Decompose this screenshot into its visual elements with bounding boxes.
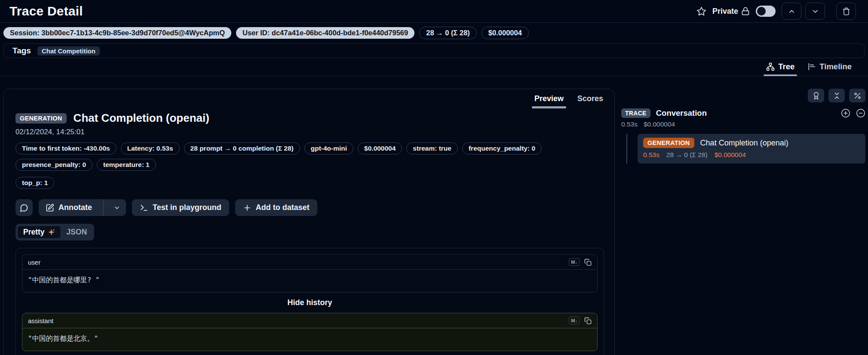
- cost-badge: $0.000004: [482, 27, 529, 39]
- tab-scores[interactable]: Scores: [571, 92, 609, 108]
- user-id-badge[interactable]: User ID: dc47a41e-06bc-400d-bde1-f0e440d…: [236, 27, 414, 39]
- metric-temperature: temperature: 1: [97, 159, 156, 171]
- public-toggle[interactable]: [756, 6, 776, 17]
- observation-card: Preview Scores GENERATION Chat Completio…: [3, 89, 615, 355]
- trace-meta-row: Session: 3bb00ec7-1b13-4c9b-85ee-3d9d70f…: [0, 23, 868, 43]
- tab-timeline-label: Timeline: [819, 62, 852, 71]
- messages-container: user M↓ "中国的首都是哪里? " Hide history assist…: [15, 248, 604, 355]
- pretty-label: Pretty: [23, 228, 45, 237]
- session-badge[interactable]: Session: 3bb00ec7-1b13-4c9b-85ee-3d9d70f…: [3, 27, 231, 39]
- tab-tree-label: Tree: [778, 62, 794, 71]
- page-title: Trace Detail: [9, 4, 83, 19]
- percent-icon: [853, 92, 862, 100]
- node-type-badge: GENERATION: [643, 138, 694, 148]
- chat-bubble-icon: [20, 204, 28, 212]
- timeline-icon: [807, 62, 816, 71]
- tree-connector-line: [626, 134, 627, 164]
- observation-type-badge: GENERATION: [15, 113, 67, 123]
- metric-top-p: top_p: 1: [15, 177, 54, 189]
- trace-type-badge: TRACE: [621, 108, 650, 118]
- node-title: Chat Completion (openai): [700, 139, 788, 148]
- comment-button[interactable]: [15, 199, 33, 216]
- actions-row: Annotate Test in playground: [15, 199, 604, 216]
- metric-tokens: 28 prompt → 0 completion (Σ 28): [184, 142, 300, 154]
- annotate-split-button: Annotate: [39, 199, 126, 216]
- metric-cost: $0.000004: [358, 142, 402, 154]
- tags-label: Tags: [12, 46, 31, 56]
- copy-icon[interactable]: [584, 259, 592, 266]
- node-latency: 0.53s: [643, 151, 659, 159]
- privacy-label: Private: [712, 7, 738, 16]
- metric-ttft: Time to first token: -430.00s: [15, 142, 117, 154]
- message-assistant: assistant M↓ "中国的首都是北京。": [22, 313, 598, 351]
- award-icon: [812, 92, 820, 100]
- message-content: "中国的首都是北京。": [22, 328, 597, 351]
- lock-icon: [741, 7, 750, 15]
- metric-model[interactable]: gpt-4o-mini: [304, 142, 353, 154]
- metric-latency: Latency: 0.53s: [121, 142, 180, 154]
- message-role: user: [28, 259, 40, 266]
- format-pretty[interactable]: Pretty: [17, 225, 61, 239]
- sparkles-icon: [48, 228, 55, 236]
- playground-button[interactable]: Test in playground: [132, 199, 229, 216]
- tree-icon: [766, 62, 775, 71]
- trace-metrics: 0.53s $0.000004: [621, 120, 865, 128]
- collapse-all-button[interactable]: [828, 89, 845, 102]
- tree-node-generation[interactable]: GENERATION Chat Completion (openai) 0.53…: [638, 134, 865, 164]
- tags-box: Tags Chat Competition: [3, 43, 865, 58]
- view-tabs: Tree Timeline: [0, 58, 868, 76]
- annotate-label: Annotate: [58, 203, 92, 212]
- chevron-down-icon: [113, 204, 120, 211]
- node-tokens: 28 → 0 (Σ 28): [666, 151, 708, 159]
- delete-trace-button[interactable]: [836, 3, 856, 20]
- add-to-dataset-button[interactable]: Add to dataset: [235, 199, 317, 216]
- scores-toggle-button[interactable]: [808, 89, 824, 102]
- tag-chat-competition[interactable]: Chat Competition: [37, 46, 100, 56]
- trace-latency: 0.53s: [621, 120, 638, 128]
- pen-icon: [46, 204, 54, 212]
- hide-history-button[interactable]: Hide history: [22, 298, 598, 307]
- tab-preview[interactable]: Preview: [528, 92, 570, 108]
- prev-trace-button[interactable]: [782, 3, 801, 20]
- markdown-toggle-icon[interactable]: M↓: [569, 317, 580, 324]
- preview-scores-tabs: Preview Scores: [528, 92, 609, 108]
- message-content: "中国的首都是哪里? ": [22, 270, 597, 292]
- metrics-toggle-button[interactable]: [849, 89, 865, 102]
- token-usage-badge: 28 → 0 (Σ 28): [419, 27, 477, 39]
- trace-tree-panel: TRACE Conversation 0.53s $0.000004 GENER…: [621, 89, 865, 164]
- metric-stream: stream: true: [406, 142, 458, 154]
- message-role: assistant: [28, 317, 53, 324]
- terminal-icon: [140, 204, 148, 212]
- annotate-dropdown-button[interactable]: [108, 199, 126, 216]
- tab-tree[interactable]: Tree: [761, 60, 800, 76]
- add-to-dataset-label: Add to dataset: [256, 203, 310, 212]
- node-cost: $0.000004: [715, 151, 746, 159]
- copy-icon[interactable]: [584, 317, 592, 324]
- chevrons-collapse-icon: [833, 92, 841, 100]
- observation-timestamp: 02/12/2024, 14:25:01: [15, 128, 604, 136]
- metric-pills-row-2: top_p: 1: [15, 177, 604, 189]
- message-user-1: user M↓ "中国的首都是哪里? ": [22, 254, 598, 293]
- trace-root-row[interactable]: TRACE Conversation: [621, 108, 865, 118]
- expand-all-icon[interactable]: [841, 108, 850, 118]
- metric-pills-row-1: Time to first token: -430.00s Latency: 0…: [15, 142, 604, 171]
- star-icon[interactable]: [696, 6, 706, 16]
- tab-timeline[interactable]: Timeline: [802, 60, 857, 76]
- metric-presence-penalty: presence_penalty: 0: [15, 159, 92, 171]
- top-bar: Trace Detail Private: [0, 0, 868, 23]
- observation-title: Chat Completion (openai): [74, 111, 209, 125]
- collapse-tree-icon[interactable]: [856, 108, 865, 118]
- next-trace-button[interactable]: [805, 3, 825, 20]
- trace-cost: $0.000004: [644, 120, 675, 128]
- plus-icon: [243, 204, 252, 212]
- metric-frequency-penalty: frequency_penalty: 0: [462, 142, 542, 154]
- markdown-toggle-icon[interactable]: M↓: [569, 258, 580, 266]
- format-json[interactable]: JSON: [61, 226, 93, 238]
- trace-title: Conversation: [656, 108, 707, 118]
- playground-label: Test in playground: [153, 203, 221, 212]
- format-toggle: Pretty JSON: [15, 224, 94, 241]
- annotate-button[interactable]: Annotate: [39, 199, 99, 216]
